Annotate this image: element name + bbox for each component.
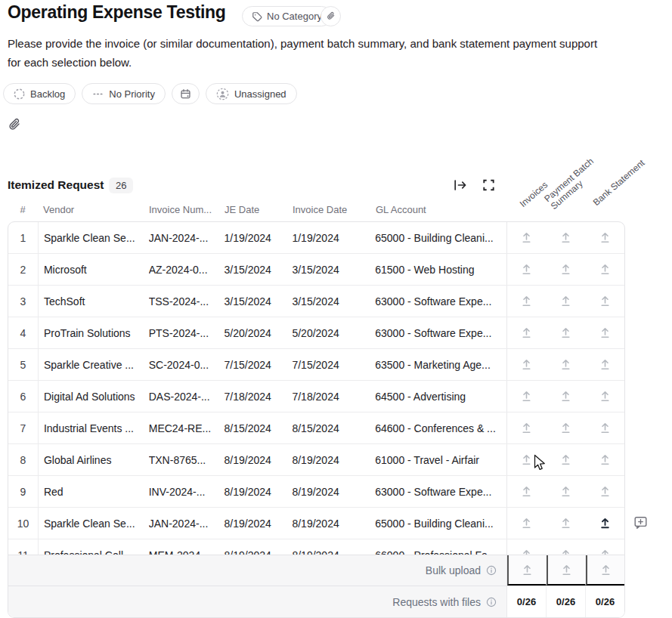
vendor-cell: Sparkle Creative ... [39, 359, 149, 371]
upload-icon [599, 326, 612, 339]
upload-invoices-button[interactable] [507, 413, 547, 443]
upload-payment-batch-summary-button[interactable] [547, 413, 586, 443]
bulk-upload-payment-batch-summary-button[interactable] [547, 555, 586, 586]
table-row: 1 Sparkle Clean Se... JAN-2024-... 1/19/… [8, 222, 624, 254]
assignee-chip[interactable]: Unassigned [206, 83, 297, 104]
copy-link-button[interactable] [321, 6, 341, 26]
column-header-je-date: JE Date [225, 204, 259, 215]
info-icon[interactable] [486, 597, 497, 607]
row-number-cell: 7 [8, 413, 39, 443]
upload-invoices-button[interactable] [507, 286, 547, 317]
add-attachment-button[interactable] [8, 118, 21, 132]
upload-invoices-button[interactable] [507, 317, 547, 348]
upload-invoices-button[interactable] [507, 381, 547, 412]
column-header-number: # [8, 204, 38, 215]
upload-cells [506, 444, 624, 475]
upload-invoices-button[interactable] [507, 476, 547, 507]
upload-payment-batch-summary-button[interactable] [547, 286, 586, 317]
upload-cells [506, 254, 624, 285]
je-date-cell: 8/19/2024 [225, 486, 293, 498]
upload-payment-batch-summary-button[interactable] [547, 349, 586, 380]
upload-cells [506, 349, 624, 380]
invoice-number-cell: AZ-2024-0... [149, 264, 225, 276]
due-date-chip[interactable] [172, 83, 200, 104]
upload-icon [599, 453, 612, 466]
row-number-cell: 9 [8, 476, 39, 507]
upload-bank-statement-button[interactable] [586, 317, 624, 348]
upload-icon [520, 358, 533, 371]
category-chip[interactable]: No Category [242, 6, 332, 26]
upload-payment-batch-summary-button[interactable] [547, 381, 586, 412]
fullscreen-button[interactable] [482, 178, 496, 192]
comment-plus-icon [633, 515, 648, 530]
priority-chip-label: No Priority [109, 88, 155, 100]
vendor-cell: Digital Ad Solutions [39, 391, 149, 403]
upload-bank-statement-button[interactable] [586, 476, 624, 507]
upload-cells [506, 508, 624, 539]
upload-icon [520, 390, 533, 403]
upload-bank-statement-button[interactable] [586, 349, 624, 380]
gl-account-cell: 61000 - Travel - Airfair [375, 454, 506, 466]
vendor-cell: Professional Coll... [39, 549, 149, 555]
priority-chip[interactable]: No Priority [82, 83, 166, 104]
calendar-icon [180, 88, 191, 100]
invoices-file-count: 0/26 [507, 586, 547, 617]
upload-payment-batch-summary-button[interactable] [547, 508, 586, 539]
invoice-number-cell: TXN-8765... [149, 454, 225, 466]
itemized-request-table: 1 Sparkle Clean Se... JAN-2024-... 1/19/… [8, 221, 625, 618]
upload-invoices-button[interactable] [507, 254, 547, 285]
table-row: 10 Sparkle Clean Se... JAN-2024-... 8/19… [8, 508, 624, 539]
upload-icon [520, 485, 533, 498]
upload-payment-batch-summary-button[interactable] [547, 539, 586, 555]
column-header-vendor: Vendor [43, 204, 74, 215]
je-date-cell: 3/15/2024 [225, 295, 293, 307]
table-row: 9 Red INV-2024-... 8/19/2024 8/19/2024 6… [8, 476, 624, 508]
upload-bank-statement-button[interactable] [586, 286, 624, 317]
upload-payment-batch-summary-button[interactable] [547, 476, 586, 507]
bulk-upload-bank-statement-button[interactable] [586, 555, 624, 586]
upload-icon [520, 453, 533, 466]
upload-bank-statement-button[interactable] [586, 444, 624, 475]
upload-icon [520, 548, 533, 555]
upload-icon [599, 263, 612, 276]
open-side-panel-button[interactable] [454, 179, 467, 191]
upload-invoices-button[interactable] [507, 539, 547, 555]
upload-invoices-button[interactable] [507, 444, 547, 475]
upload-bank-statement-button[interactable] [586, 508, 624, 539]
upload-cells [506, 381, 624, 412]
upload-bank-statement-button[interactable] [586, 539, 624, 555]
upload-bank-statement-button[interactable] [586, 413, 624, 443]
upload-invoices-button[interactable] [507, 508, 547, 539]
upload-payment-batch-summary-button[interactable] [547, 222, 586, 253]
gl-account-cell: 65000 - Building Cleani... [375, 518, 506, 530]
upload-payment-batch-summary-button[interactable] [547, 444, 586, 475]
je-date-cell: 7/18/2024 [225, 391, 293, 403]
vendor-cell: Global Airlines [39, 454, 149, 466]
fullscreen-brackets-icon [482, 178, 496, 192]
info-icon[interactable] [486, 565, 497, 576]
dashed-circle-icon [14, 88, 25, 100]
status-chip[interactable]: Backlog [3, 83, 76, 104]
gl-account-cell: 61500 - Web Hosting [375, 264, 506, 276]
upload-payment-batch-summary-button[interactable] [547, 317, 586, 348]
upload-invoices-button[interactable] [507, 222, 547, 253]
column-header-invoice-number: Invoice Num... [149, 204, 212, 215]
upload-bank-statement-button[interactable] [586, 254, 624, 285]
bulk-upload-invoices-button[interactable] [507, 555, 547, 586]
row-number-cell: 10 [8, 508, 39, 539]
vendor-cell: ProTrain Solutions [39, 327, 149, 339]
section-title: Itemized Request [8, 178, 104, 192]
row-number-cell: 1 [8, 222, 39, 253]
vendor-cell: Red [39, 486, 149, 498]
invoice-date-cell: 1/19/2024 [292, 232, 375, 244]
upload-bank-statement-button[interactable] [586, 381, 624, 412]
upload-bank-statement-button[interactable] [586, 222, 624, 253]
table-rows: 1 Sparkle Clean Se... JAN-2024-... 1/19/… [8, 222, 624, 555]
upload-icon [559, 453, 572, 466]
upload-payment-batch-summary-button[interactable] [547, 254, 586, 285]
upload-icon [520, 422, 533, 434]
table-row: 6 Digital Ad Solutions DAS-2024-... 7/18… [8, 381, 624, 413]
upload-cells [506, 539, 624, 555]
add-comment-button[interactable] [633, 515, 648, 530]
upload-invoices-button[interactable] [507, 349, 547, 380]
